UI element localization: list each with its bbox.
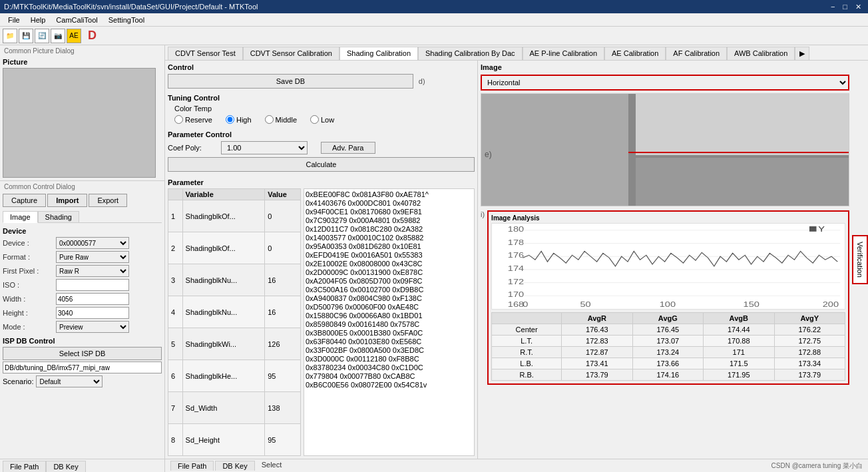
bottom-tabs: File Path DB Key — [0, 459, 164, 472]
tab-shading[interactable]: Shading — [38, 211, 79, 222]
image-dropdown[interactable]: Horizontal Vertical Both — [481, 75, 849, 91]
svg-text:172: 172 — [508, 277, 524, 286]
toolbar-btn-1[interactable]: 📁 — [3, 29, 17, 43]
isp-section: ISP DB Control Select ISP DB Scenario: D… — [3, 337, 162, 387]
hex-row: 0xBEE00F8C 0x081A3F80 0xAE781^ — [306, 190, 473, 198]
hex-row: 0xB6C00E56 0x08072E00 0x54C81v — [306, 381, 473, 389]
main-container: Common Picture Dialog Picture Common Con… — [0, 45, 868, 472]
scenario-select[interactable]: Default — [36, 375, 103, 387]
chart-svg: 180 178 176 174 172 170 168 0 50 — [492, 224, 845, 309]
svg-text:180: 180 — [508, 225, 524, 234]
maximize-button[interactable]: □ — [840, 3, 850, 11]
mode-select[interactable]: Preview — [56, 321, 129, 333]
tab-awb-calib[interactable]: AWB Calibration — [727, 47, 795, 60]
isp-path-input[interactable] — [3, 361, 162, 373]
format-select[interactable]: Pure Raw — [56, 251, 129, 263]
adv-para-btn[interactable]: Adv. Para — [321, 142, 375, 154]
radio-high[interactable]: High — [226, 115, 252, 124]
import-button[interactable]: Import — [47, 194, 87, 207]
right-with-verify: Image Horizontal Vertical Both e) — [478, 61, 868, 459]
tab-shading-calib-dac[interactable]: Shading Calibration By Dac — [418, 47, 523, 60]
image-label: Image — [481, 63, 502, 71]
radio-reserve[interactable]: Reserve — [174, 115, 212, 124]
svg-text:168: 168 — [508, 300, 524, 309]
coef-select[interactable]: 1.00 — [221, 141, 308, 154]
isp-title: ISP DB Control — [3, 337, 162, 345]
tab-cdvt-sensor-calib[interactable]: CDVT Sensor Calibration — [243, 47, 339, 60]
menu-camcalitool[interactable]: CamCaliTool — [51, 15, 103, 25]
export-button[interactable]: Export — [89, 194, 127, 207]
tab-image[interactable]: Image — [3, 211, 38, 223]
status-tab-dbkey[interactable]: DB Key — [215, 461, 254, 471]
control-header: Control — [168, 63, 475, 71]
status-tab-filepath[interactable]: File Path — [170, 461, 214, 471]
svg-text:50: 50 — [580, 300, 591, 309]
param-ctrl-section: Parameter Control Coef Poly: 1.00 Adv. P… — [168, 130, 475, 176]
toolbar-btn-2[interactable]: 💾 — [19, 29, 33, 43]
toolbar-btn-4[interactable]: 📷 — [51, 29, 65, 43]
common-picture-label: Common Picture Dialog — [0, 45, 164, 55]
radio-low[interactable]: Low — [310, 115, 334, 124]
device-select[interactable]: 0x00000577 — [56, 237, 129, 249]
left-panel: Common Picture Dialog Picture Common Con… — [0, 45, 165, 472]
table-row: 2ShadingblkOf...0 — [168, 232, 301, 264]
table-row: L.T.172.83173.07170.88172.75 — [492, 336, 845, 347]
svg-text:Y: Y — [818, 225, 825, 234]
mode-label: Mode : — [3, 323, 56, 331]
col-value: Value — [265, 189, 301, 200]
menu-settingtool[interactable]: SettingTool — [103, 15, 150, 25]
hex-row: 0x3B8000E5 0x0001B380 0x5FA0C — [306, 329, 473, 337]
save-db-btn[interactable]: Save DB — [168, 74, 413, 89]
hex-row: 0x7C903279 0x000A4801 0x59882 — [306, 216, 473, 224]
title-bar: D:/MTKToolKit/MediaToolKit/svn/install/D… — [0, 0, 868, 13]
picture-panel: Picture — [0, 55, 164, 181]
title-bar-controls: − □ ✕ — [828, 3, 864, 11]
credit-text: CSDN @camera tuning 菜小白 — [771, 461, 863, 471]
tab-filepath[interactable]: File Path — [3, 461, 46, 472]
width-label: Width : — [3, 295, 56, 303]
table-row: 3ShadingblkNu...16 — [168, 264, 301, 296]
height-row: Height : — [3, 307, 162, 319]
more-tabs-btn[interactable]: ▶ — [795, 47, 809, 60]
hex-row: 0x3C500A16 0x00102700 0xD9B8C — [306, 286, 473, 294]
format-label: Format : — [3, 253, 56, 261]
menu-file[interactable]: File — [3, 15, 25, 25]
i-label: i) — [481, 210, 485, 218]
menu-bar: File Help CamCaliTool SettingTool — [0, 13, 868, 27]
preview-right-bottom-area — [636, 158, 849, 206]
capture-button[interactable]: Capture — [3, 194, 46, 207]
svg-text:176: 176 — [508, 251, 524, 260]
param-ctrl-header: Parameter Control — [168, 130, 475, 138]
scenario-label: Scenario: — [3, 377, 33, 385]
tab-cdvt-sensor-test[interactable]: CDVT Sensor Test — [168, 47, 243, 60]
preview-image: e) — [481, 93, 849, 206]
common-ctrl-panel: Capture Import Export Image Shading Devi… — [0, 191, 164, 459]
calculate-btn[interactable]: Calculate — [168, 157, 475, 172]
preview-left-area — [481, 94, 628, 206]
d-label: d) — [419, 77, 425, 85]
tab-ae-calib[interactable]: AE Calibration — [604, 47, 666, 60]
picture-title: Picture — [3, 58, 162, 66]
tab-ae-pline-calib[interactable]: AE P-line Calibration — [523, 47, 605, 60]
close-button[interactable]: ✕ — [853, 3, 864, 11]
svg-text:174: 174 — [508, 264, 524, 273]
toolbar-btn-3[interactable]: 🔄 — [35, 29, 49, 43]
col-num — [168, 189, 183, 200]
firstpixel-select[interactable]: Raw R — [56, 265, 129, 277]
minimize-button[interactable]: − — [828, 3, 837, 11]
tab-dbkey[interactable]: DB Key — [46, 461, 85, 472]
tab-af-calib[interactable]: AF Calibration — [666, 47, 727, 60]
hex-row: 0x3D0000C 0x00112180 0xF8B8C — [306, 355, 473, 363]
toolbar-btn-5[interactable]: AE — [67, 29, 81, 43]
hex-row: 0xD500796 0x00060F00 0xAE48C — [306, 303, 473, 311]
svg-text:178: 178 — [508, 238, 524, 246]
menu-help[interactable]: Help — [25, 15, 51, 25]
height-input[interactable] — [56, 307, 129, 319]
verification-button[interactable]: Verification — [852, 235, 868, 284]
iso-input[interactable] — [56, 279, 129, 291]
tab-shading-calib[interactable]: Shading Calibration — [339, 47, 418, 60]
width-input[interactable] — [56, 293, 129, 305]
select-isp-btn[interactable]: Select ISP DB — [3, 347, 162, 360]
table-row: 1ShadingblkOf...0 — [168, 200, 301, 232]
radio-middle[interactable]: Middle — [265, 115, 297, 124]
